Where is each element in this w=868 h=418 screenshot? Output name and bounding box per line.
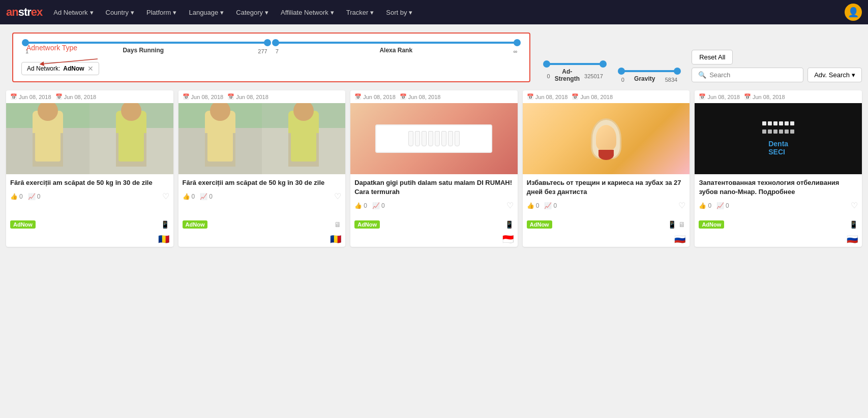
card-trend: 📈 0 bbox=[200, 193, 213, 200]
card-flag: 🇷🇴 bbox=[178, 232, 346, 247]
card-trend: 📈 0 bbox=[716, 202, 729, 209]
calendar-icon: 📅 bbox=[55, 93, 63, 100]
chevron-down-icon: ▾ bbox=[409, 9, 412, 16]
likes-icon: 👍 bbox=[10, 193, 18, 200]
card-heart-icon[interactable]: ♡ bbox=[678, 201, 685, 210]
card-date2: 📅 Jun 08, 2018 bbox=[55, 93, 97, 100]
card-body: Fără exerciții am scăpat de 50 kg în 30 … bbox=[178, 174, 346, 217]
device-icon: 📱 bbox=[161, 220, 169, 229]
search-icon: 🔍 bbox=[698, 71, 706, 79]
nav-tracker[interactable]: Tracker ▾ bbox=[341, 6, 379, 19]
calendar-icon: 📅 bbox=[10, 93, 17, 100]
device-icons: 📱 bbox=[849, 220, 858, 229]
card-1: 📅 Jun 08, 2018 📅 Jun 08, 2018 bbox=[178, 90, 346, 247]
nav-sort-by[interactable]: Sort by ▾ bbox=[381, 6, 417, 19]
calendar-icon: 📅 bbox=[527, 93, 534, 100]
brand-text-red: an bbox=[6, 6, 18, 18]
nav-language[interactable]: Language ▾ bbox=[184, 6, 229, 19]
likes-icon: 👍 bbox=[527, 202, 534, 209]
card-heart-icon[interactable]: ♡ bbox=[506, 201, 514, 210]
slider-alexa-max: ∞ bbox=[514, 48, 518, 54]
nav-platform[interactable]: Platform ▾ bbox=[141, 6, 182, 19]
nav-country[interactable]: Country ▾ bbox=[101, 6, 140, 19]
slider-gravity: 0 Gravity 5834 bbox=[617, 68, 681, 84]
chevron-down-icon: ▾ bbox=[173, 9, 176, 16]
device-icons: 📱 bbox=[505, 220, 514, 229]
card-likes: 👍 0 bbox=[10, 193, 23, 200]
nav-affiliate-network[interactable]: Affiliate Network ▾ bbox=[276, 6, 339, 19]
adnow-badge: AdNow bbox=[527, 220, 552, 229]
chevron-down-icon: ▾ bbox=[331, 9, 334, 16]
trend-icon: 📈 bbox=[716, 202, 724, 209]
card-title: Dapatkan gigi putih dalam satu malam DI … bbox=[354, 178, 514, 197]
adnow-badge: AdNow bbox=[183, 220, 208, 229]
card-heart-icon[interactable]: ♡ bbox=[851, 201, 858, 210]
filter-panel: 1 Days Running 277 7 Alexa Rank bbox=[6, 28, 536, 86]
card-image[interactable] bbox=[523, 103, 690, 174]
card-date2: 📅 Jun 08, 2018 bbox=[744, 93, 785, 100]
card-likes: 👍 0 bbox=[183, 193, 195, 200]
card-likes: 👍 0 bbox=[354, 202, 367, 209]
chevron-down-icon: ▾ bbox=[852, 71, 855, 79]
right-filter-col: 0 Ad-Strength 325017 0 Gravity 5834 Rese… bbox=[543, 28, 862, 86]
card-footer: AdNow 📱 bbox=[350, 217, 518, 232]
device-icons: 📱 bbox=[161, 220, 169, 229]
card-date1: 📅 Jun 08, 2018 bbox=[699, 93, 740, 100]
range-track-strength[interactable] bbox=[547, 63, 603, 65]
brand-text-red2: ex bbox=[31, 6, 42, 18]
chevron-down-icon: ▾ bbox=[370, 9, 374, 16]
chevron-down-icon: ▾ bbox=[131, 9, 134, 16]
adv-search-button[interactable]: Adv. Search ▾ bbox=[807, 68, 862, 82]
card-image[interactable] bbox=[350, 103, 518, 174]
card-heart-icon[interactable]: ♡ bbox=[162, 191, 169, 201]
slider-alexa-rank: 7 Alexa Rank ∞ bbox=[272, 40, 522, 56]
card-likes: 👍 0 bbox=[527, 202, 540, 209]
slider-days-label: Days Running bbox=[123, 47, 164, 54]
card-trend: 📈 0 bbox=[28, 193, 41, 200]
card-flag: 🇮🇩 bbox=[350, 232, 518, 247]
cards-grid: 📅 Jun 08, 2018 📅 Jun 08, 2018 bbox=[6, 90, 862, 247]
card-4: 📅 Jun 08, 2018 📅 Jun 08, 2018 DentaSECI bbox=[695, 90, 862, 247]
card-footer: AdNow 🖥 bbox=[178, 217, 346, 232]
card-footer: AdNow 📱 bbox=[6, 217, 173, 232]
card-date1: 📅 Jun 08, 2018 bbox=[10, 93, 51, 100]
card-image[interactable] bbox=[178, 103, 346, 174]
card-dates: 📅 Jun 08, 2018 📅 Jun 08, 2018 bbox=[6, 90, 173, 103]
likes-icon: 👍 bbox=[354, 202, 362, 209]
card-image[interactable]: DentaSECI bbox=[695, 103, 862, 174]
card-title: Fără exerciții am scăpat de 50 kg în 30 … bbox=[10, 178, 169, 187]
user-avatar[interactable]: 👤 bbox=[845, 4, 862, 21]
card-stats: 👍 0 📈 0 ♡ bbox=[527, 201, 686, 210]
brand-logo[interactable]: anstrex bbox=[6, 6, 42, 19]
device-icon: 📱 bbox=[505, 220, 514, 229]
card-flag: 🇷🇺 bbox=[523, 232, 690, 247]
slider-gravity-max: 5834 bbox=[665, 77, 677, 83]
card-image[interactable] bbox=[6, 103, 173, 174]
nav-category[interactable]: Category ▾ bbox=[231, 6, 274, 19]
search-box: 🔍 bbox=[692, 68, 803, 82]
adnow-badge: AdNow bbox=[699, 220, 724, 229]
reset-all-button[interactable]: Reset All bbox=[692, 50, 733, 65]
card-body: Dapatkan gigi putih dalam satu malam DI … bbox=[350, 174, 518, 217]
nav-ad-network[interactable]: Ad Network ▾ bbox=[48, 6, 98, 19]
card-2: 📅 Jun 08, 2018 📅 Jun 08, 2018 Dapatkan g… bbox=[350, 90, 518, 247]
slider-alexa-min: 7 bbox=[276, 48, 279, 54]
annotation-label: Adnetwork Type bbox=[26, 44, 77, 52]
search-input[interactable] bbox=[709, 71, 797, 79]
slider-strength-label: Ad-Strength bbox=[550, 68, 585, 82]
trend-icon: 📈 bbox=[200, 193, 207, 200]
card-title: Избавьтесь от трещин и кариеса на зубах … bbox=[527, 178, 686, 197]
slider-strength-max: 325017 bbox=[584, 73, 603, 79]
card-body: Запатентованная технология отбеливания з… bbox=[695, 174, 862, 217]
chevron-down-icon: ▾ bbox=[90, 9, 94, 16]
range-track-gravity[interactable] bbox=[621, 70, 677, 72]
content-area: 📅 Jun 08, 2018 📅 Jun 08, 2018 bbox=[0, 86, 868, 251]
slider-days-max: 277 bbox=[258, 48, 267, 54]
card-heart-icon[interactable]: ♡ bbox=[334, 191, 341, 201]
range-track-alexa[interactable] bbox=[276, 42, 518, 44]
device-icons: 📱 🖥 bbox=[668, 220, 685, 229]
card-date1: 📅 Jun 08, 2018 bbox=[527, 93, 568, 100]
card-date2: 📅 Jun 08, 2018 bbox=[572, 93, 613, 100]
calendar-icon: 📅 bbox=[227, 93, 234, 100]
card-dates: 📅 Jun 08, 2018 📅 Jun 08, 2018 bbox=[695, 90, 862, 103]
